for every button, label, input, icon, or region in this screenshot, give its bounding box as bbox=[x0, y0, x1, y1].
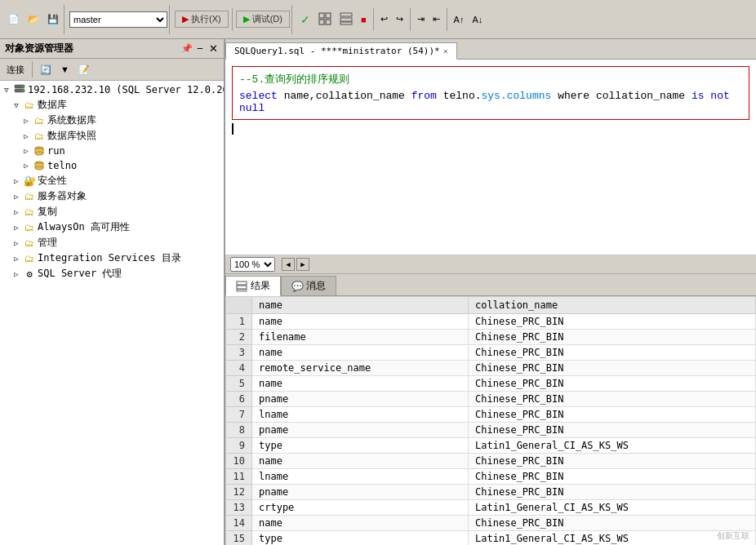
zoom-select[interactable]: 100 % bbox=[230, 257, 275, 272]
telno-db-svg bbox=[33, 160, 45, 171]
replication-icon: 🗂 bbox=[23, 206, 36, 219]
table-row: 5 name Chinese_PRC_BIN bbox=[226, 376, 756, 392]
sidebar-item-alwayson[interactable]: ▷ 🗂 AlwaysOn 高可用性 bbox=[2, 219, 222, 235]
redo-btn[interactable]: ↪ bbox=[393, 12, 407, 26]
undo-btn[interactable]: ↩ bbox=[377, 12, 391, 26]
table-row: 13 crtype Latin1_General_CI_AS_KS_WS bbox=[226, 500, 756, 516]
sql-sys-columns: sys.columns bbox=[482, 90, 552, 102]
server-svg bbox=[13, 83, 26, 96]
replication-expand-icon[interactable]: ▷ bbox=[11, 207, 21, 217]
sort-asc-btn[interactable]: A↑ bbox=[451, 13, 468, 26]
svg-rect-17 bbox=[237, 281, 247, 285]
management-expand-icon[interactable]: ▷ bbox=[11, 238, 21, 248]
db-snapshots-expand-icon[interactable]: ▷ bbox=[21, 131, 31, 141]
table-row: 3 name Chinese_PRC_BIN bbox=[226, 345, 756, 361]
row-number: 6 bbox=[226, 392, 252, 407]
sidebar-item-databases[interactable]: ▽ 🗂 数据库 bbox=[2, 97, 222, 113]
editor-tab[interactable]: SQLQuery1.sql - ****ministrator (54))* ✕ bbox=[225, 42, 457, 60]
sidebar-close-btn[interactable]: ✕ bbox=[207, 43, 219, 55]
server-objects-expand-icon[interactable]: ▷ bbox=[11, 192, 21, 202]
open-btn[interactable]: 📂 bbox=[24, 12, 42, 26]
table-row: 4 remote_service_name Chinese_PRC_BIN bbox=[226, 361, 756, 376]
cell-name: pname bbox=[252, 423, 469, 438]
toolbar-sep4 bbox=[447, 8, 447, 31]
toolbar-sep1 bbox=[232, 8, 233, 31]
stop-btn[interactable]: ■ bbox=[358, 13, 370, 26]
header-rownum bbox=[226, 297, 252, 314]
editor-tab-close[interactable]: ✕ bbox=[443, 47, 448, 55]
results-tab[interactable]: 结果 bbox=[225, 276, 281, 296]
new-query-btn[interactable]: 📄 bbox=[5, 12, 23, 26]
pin-icon: 📌 bbox=[181, 43, 193, 55]
db-snapshots-label: 数据库快照 bbox=[47, 129, 96, 143]
sidebar-item-sqlagent[interactable]: ▷ ⚙ SQL Server 代理 bbox=[2, 266, 222, 281]
integration-expand-icon[interactable]: ▷ bbox=[11, 254, 21, 264]
filter-btn[interactable]: ▼ bbox=[57, 63, 73, 76]
sidebar: 对象资源管理器 📌 − ✕ 连接 🔄 ▼ 📝 bbox=[0, 39, 225, 545]
integration-icon: 🗂 bbox=[23, 252, 36, 265]
outdent-btn[interactable]: ⇤ bbox=[429, 12, 443, 26]
watermark: 创新互联 bbox=[717, 530, 749, 542]
filter-icon: ▼ bbox=[60, 64, 69, 74]
indent-btn[interactable]: ⇥ bbox=[414, 12, 428, 26]
debug-btn[interactable]: ▶ 调试(D) bbox=[236, 11, 290, 28]
system-dbs-label: 系统数据库 bbox=[47, 113, 96, 127]
sqlagent-expand-icon[interactable]: ▷ bbox=[11, 269, 21, 279]
new-query-sidebar-btn[interactable]: 📝 bbox=[75, 63, 93, 77]
sidebar-item-management[interactable]: ▷ 🗂 管理 bbox=[2, 235, 222, 250]
database-select[interactable]: master bbox=[69, 11, 167, 28]
sidebar-tree[interactable]: ▽ 192.168.232.10 (SQL Server 12.0.2000 -… bbox=[0, 81, 224, 545]
sidebar-item-server-objects[interactable]: ▷ 🗂 服务器对象 bbox=[2, 188, 222, 204]
row-number: 15 bbox=[226, 531, 252, 546]
server-icon bbox=[13, 83, 26, 96]
alwayson-expand-icon[interactable]: ▷ bbox=[11, 223, 21, 233]
sidebar-item-db-snapshots[interactable]: ▷ 🗂 数据库快照 bbox=[2, 128, 222, 144]
save-btn[interactable]: 💾 bbox=[44, 12, 62, 26]
sidebar-item-system-dbs[interactable]: ▷ 🗂 系统数据库 bbox=[2, 113, 222, 128]
grid-btn[interactable] bbox=[315, 11, 335, 29]
code-editor[interactable]: --5.查询列的排序规则 select name,collation_name … bbox=[225, 60, 756, 255]
security-icon: 🔐 bbox=[23, 175, 36, 188]
server-expand-icon[interactable]: ▽ bbox=[2, 85, 11, 95]
sort-desc-btn[interactable]: A↓ bbox=[469, 13, 486, 26]
cell-collation: Chinese_PRC_BIN bbox=[469, 314, 756, 330]
cell-collation: Chinese_PRC_BIN bbox=[469, 330, 756, 345]
sidebar-item-telno[interactable]: ▷ telno bbox=[2, 158, 222, 173]
databases-expand-icon[interactable]: ▽ bbox=[11, 100, 21, 110]
editor-tab-label: SQLQuery1.sql - ****ministrator (54))* bbox=[234, 46, 440, 56]
debug-icon: ▶ bbox=[243, 14, 250, 24]
checkmark-btn[interactable]: ✓ bbox=[297, 11, 314, 28]
sql-where-clause: where collation_name bbox=[551, 90, 692, 102]
messages-tab[interactable]: 💬 消息 bbox=[281, 276, 336, 295]
execute-btn[interactable]: ▶ 执行(X) bbox=[175, 11, 229, 28]
cell-collation: Chinese_PRC_BIN bbox=[469, 376, 756, 392]
results-header-row: name collation_name bbox=[226, 297, 756, 314]
system-dbs-expand-icon[interactable]: ▷ bbox=[21, 116, 31, 126]
results-table: name collation_name 1 name Chinese_PRC_B… bbox=[225, 296, 756, 545]
sidebar-item-security[interactable]: ▷ 🔐 安全性 bbox=[2, 173, 222, 188]
cell-collation: Chinese_PRC_BIN bbox=[469, 516, 756, 531]
sql-comment: --5.查询列的排序规则 bbox=[239, 73, 349, 86]
results-container[interactable]: name collation_name 1 name Chinese_PRC_B… bbox=[225, 296, 756, 545]
sql-comment-line: --5.查询列的排序规则 bbox=[239, 72, 742, 86]
sidebar-item-replication[interactable]: ▷ 🗂 复制 bbox=[2, 204, 222, 219]
scroll-right-btn[interactable]: ▶ bbox=[296, 258, 309, 271]
sidebar-pin-btn[interactable]: − bbox=[194, 43, 206, 55]
row-number: 10 bbox=[226, 454, 252, 469]
results-svg bbox=[340, 12, 353, 25]
sidebar-item-integration[interactable]: ▷ 🗂 Integration Services 目录 bbox=[2, 250, 222, 266]
scroll-left-btn[interactable]: ◀ bbox=[282, 258, 295, 271]
svg-rect-19 bbox=[237, 290, 247, 291]
sidebar-item-server[interactable]: ▽ 192.168.232.10 (SQL Server 12.0.2000 - bbox=[2, 82, 222, 97]
connect-btn[interactable]: 连接 bbox=[3, 62, 28, 78]
security-expand-icon[interactable]: ▷ bbox=[11, 176, 21, 186]
run-expand-icon[interactable]: ▷ bbox=[21, 146, 31, 156]
cell-name: pname bbox=[252, 392, 469, 407]
header-collation: collation_name bbox=[469, 297, 756, 314]
refresh-btn[interactable]: 🔄 bbox=[37, 63, 55, 77]
results-btn[interactable] bbox=[336, 11, 356, 29]
telno-expand-icon[interactable]: ▷ bbox=[21, 161, 31, 171]
sql-table-prefix: telno. bbox=[443, 90, 482, 102]
sidebar-item-run[interactable]: ▷ run bbox=[2, 144, 222, 158]
svg-rect-18 bbox=[237, 286, 247, 289]
